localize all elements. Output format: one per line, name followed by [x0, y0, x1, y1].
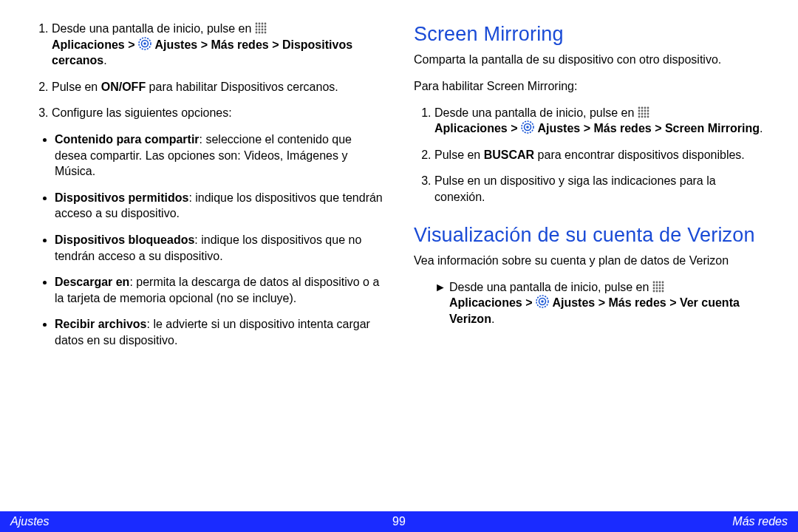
bullet-bold: Descargar en: [55, 276, 129, 288]
right-step-2: Pulse en BUSCAR para encontrar dispositi…: [434, 147, 767, 163]
step3-text: Configure las siguientes opciones:: [52, 106, 232, 119]
rstep3-text: Pulse en un dispositivo y siga las indic…: [434, 174, 716, 203]
bullet-permitidos: Dispositivos permitidos: indique los dis…: [55, 190, 384, 222]
right-column: Screen Mirroring Comparta la pantalla de…: [414, 21, 767, 499]
rstep1-post: .: [760, 122, 763, 134]
footer-left: Ajustes: [10, 515, 49, 528]
left-steps-list: Desde una pantalla de inicio, pulse en A…: [31, 21, 384, 121]
step1-pre: Desde una pantalla de inicio, pulse en: [52, 22, 255, 35]
footer-right: Más redes: [732, 515, 788, 528]
bullet-contenido: Contenido para compartir: seleccione el …: [55, 132, 384, 180]
step2-post: para habilitar Dispositivos cercanos.: [146, 81, 338, 93]
apps-grid-icon: [652, 281, 664, 293]
left-bullets: Contenido para compartir: seleccione el …: [31, 132, 384, 349]
rstep2-pre: Pulse en: [434, 149, 484, 161]
sm-intro: Para habilitar Screen Mirroring:: [414, 78, 767, 95]
arrow-step-body: Desde una pantalla de inicio, pulse en A…: [448, 279, 767, 327]
step1-post: .: [103, 54, 106, 66]
bullet-bold: Contenido para compartir: [55, 133, 200, 146]
step2-bold: ON/OFF: [101, 81, 146, 93]
step2-pre: Pulse en: [52, 81, 101, 93]
rstep1-path-b: Ajustes > Más redes > Screen Mirroring: [537, 122, 760, 134]
left-column: Desde una pantalla de inicio, pulse en A…: [31, 21, 384, 499]
right-step-1: Desde una pantalla de inicio, pulse en A…: [434, 105, 767, 137]
bullet-bold: Dispositivos permitidos: [55, 191, 188, 204]
rstep1-path-a: Aplicaciones >: [434, 122, 521, 134]
left-step-2: Pulse en ON/OFF para habilitar Dispositi…: [52, 79, 384, 95]
rstep2-bold: BUSCAR: [484, 149, 534, 161]
left-step-3: Configure las siguientes opciones:: [52, 105, 384, 121]
gear-icon: [138, 37, 151, 50]
step1-path-a: Aplicaciones >: [52, 38, 138, 51]
rstep2-post: para encontrar dispositivos disponibles.: [534, 149, 745, 161]
bullet-descargar: Descargar en: permita la descarga de dat…: [55, 274, 384, 306]
apps-grid-icon: [255, 22, 267, 34]
right-steps-list: Desde una pantalla de inicio, pulse en A…: [414, 105, 767, 205]
heading-verizon: Visualización de su cuenta de Verizon: [414, 222, 767, 248]
gear-icon: [536, 295, 549, 308]
footer-page-number: 99: [0, 515, 798, 528]
arrow-pre: Desde una pantalla de inicio, pulse en: [449, 281, 652, 293]
page-footer: Ajustes 99 Más redes: [0, 511, 798, 532]
sm-desc: Comparta la pantalla de su dispositivo c…: [414, 52, 767, 68]
bullet-bloqueados: Dispositivos bloqueados: indique los dis…: [55, 232, 384, 264]
arrow-step: ► Desde una pantalla de inicio, pulse en…: [414, 279, 767, 327]
rstep1-pre: Desde una pantalla de inicio, pulse en: [434, 106, 638, 119]
right-step-3: Pulse en un dispositivo y siga las indic…: [434, 173, 767, 205]
bullet-bold: Recibir archivos: [55, 318, 147, 330]
heading-screen-mirroring: Screen Mirroring: [414, 21, 767, 47]
apps-grid-icon: [638, 106, 649, 118]
arrow-icon: ►: [434, 279, 448, 327]
manual-page: Desde una pantalla de inicio, pulse en A…: [0, 0, 798, 532]
bullet-recibir: Recibir archivos: le advierte si un disp…: [55, 316, 384, 348]
bullet-bold: Dispositivos bloqueados: [55, 233, 194, 246]
vz-desc: Vea información sobre su cuenta y plan d…: [414, 253, 767, 269]
arrow-post: .: [491, 313, 494, 325]
left-step-1: Desde una pantalla de inicio, pulse en A…: [52, 21, 384, 69]
two-column-layout: Desde una pantalla de inicio, pulse en A…: [31, 21, 767, 499]
gear-icon: [521, 120, 534, 134]
arrow-path-a: Aplicaciones >: [449, 296, 536, 309]
